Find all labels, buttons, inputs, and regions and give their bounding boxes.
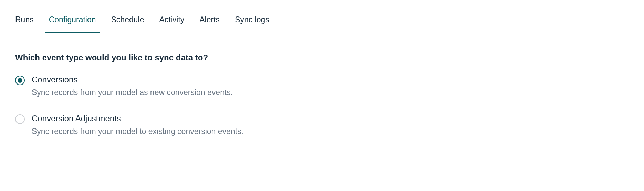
radio-conversions[interactable]: [15, 76, 25, 85]
configuration-content: Which event type would you like to sync …: [15, 33, 629, 136]
option-desc-conversion-adjustments: Sync records from your model to existing…: [32, 127, 243, 136]
tab-configuration[interactable]: Configuration: [49, 15, 96, 33]
option-body: Conversions Sync records from your model…: [32, 75, 233, 97]
option-conversion-adjustments[interactable]: Conversion Adjustments Sync records from…: [15, 114, 629, 136]
tab-activity[interactable]: Activity: [159, 15, 184, 33]
option-title-conversions[interactable]: Conversions: [32, 75, 233, 85]
option-desc-conversions: Sync records from your model as new conv…: [32, 88, 233, 97]
tab-alerts[interactable]: Alerts: [199, 15, 220, 33]
option-title-conversion-adjustments[interactable]: Conversion Adjustments: [32, 114, 243, 123]
tab-sync-logs[interactable]: Sync logs: [235, 15, 269, 33]
option-body: Conversion Adjustments Sync records from…: [32, 114, 243, 136]
event-type-question: Which event type would you like to sync …: [15, 53, 629, 63]
tab-schedule[interactable]: Schedule: [111, 15, 144, 33]
radio-conversion-adjustments[interactable]: [15, 114, 25, 124]
tab-runs[interactable]: Runs: [15, 15, 34, 33]
tabs-bar: Runs Configuration Schedule Activity Ale…: [15, 15, 629, 33]
option-conversions[interactable]: Conversions Sync records from your model…: [15, 75, 629, 97]
